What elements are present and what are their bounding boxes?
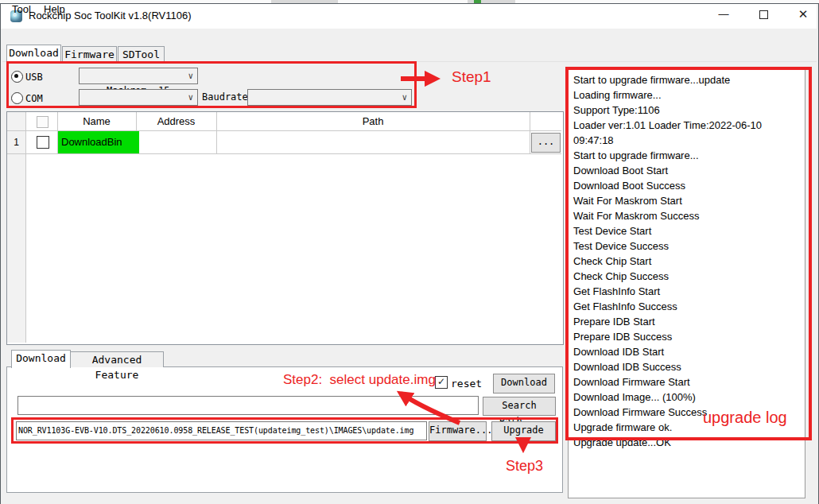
screenshot-stage: Rockchip Soc ToolKit v1.8(RV1106) — ✕ To… — [0, 0, 819, 504]
log-line: Prepare IDB Start — [573, 314, 805, 329]
log-line: Download Image... (100%) — [573, 390, 805, 405]
com-radio[interactable] — [11, 92, 23, 104]
com-radio-label: COM — [25, 93, 43, 104]
log-line: Download IDB Start — [573, 344, 805, 359]
tab-download[interactable]: Download — [6, 45, 61, 62]
reset-checkbox[interactable]: ✓ — [435, 376, 448, 389]
usb-radio[interactable] — [11, 71, 23, 83]
firmware-button[interactable]: Firmware... — [429, 421, 487, 441]
baudrate-label: Baudrate: — [202, 91, 254, 103]
divider — [530, 112, 530, 153]
search-path-button[interactable]: Search Path... — [483, 397, 556, 416]
log-line: Check Chip Success — [573, 269, 805, 284]
close-icon: ✕ — [798, 7, 809, 21]
reset-label: reset — [451, 378, 482, 390]
log-line: Get FlashInfo Success — [573, 299, 805, 314]
radio-dot-icon — [14, 74, 18, 78]
upgrade-log-lines: Start to upgrade firmware...updateLoadin… — [569, 70, 805, 450]
log-line: Test Device Success — [573, 238, 805, 254]
maximize-icon — [759, 10, 768, 19]
log-line: Loading firmware... — [573, 87, 805, 103]
row-checkbox[interactable] — [37, 136, 49, 149]
minimize-icon: — — [719, 8, 729, 20]
menu-item-help[interactable]: Help — [40, 2, 69, 16]
log-line: Support Type:1106 — [573, 103, 805, 118]
upgrade-log-panel[interactable]: Start to upgrade firmware...updateLoadin… — [568, 69, 805, 498]
tab-sdtool[interactable]: SDTool — [118, 46, 165, 62]
firmware-path-input[interactable]: NOR_RV1103G-EVB-V10.DTS_20220610.0958_RE… — [16, 421, 427, 440]
log-line: Prepare IDB Success — [573, 329, 805, 344]
chevron-down-icon: ∨ — [188, 68, 193, 83]
cell-path[interactable] — [217, 131, 530, 153]
lower-tab-download[interactable]: Download — [11, 350, 71, 368]
menu-bar — [1, 29, 817, 45]
log-line: Download Boot Start — [573, 163, 805, 178]
cell-name[interactable]: DownloadBin — [58, 131, 139, 153]
column-header-address: Address — [136, 115, 216, 127]
log-line: Get FlashInfo Start — [573, 284, 805, 299]
log-line: Upgrade update...OK — [573, 435, 805, 450]
log-line: Wait For Maskrom Success — [573, 208, 805, 223]
search-path-input[interactable] — [17, 396, 479, 415]
usb-mode-select[interactable]: Maskrom 15 ∨ — [79, 68, 198, 84]
download-button[interactable]: Download — [493, 374, 555, 394]
column-header-path: Path — [216, 115, 530, 127]
chevron-down-icon: ∨ — [402, 90, 407, 105]
cell-address[interactable] — [137, 131, 216, 153]
row-index: 1 — [7, 131, 25, 153]
usb-radio-label: USB — [25, 72, 43, 83]
maximize-button[interactable] — [747, 5, 779, 24]
step2-label: Step2: select update.img — [283, 372, 436, 388]
upgrade-button[interactable]: Upgrade — [491, 421, 556, 441]
tab-firmware[interactable]: Firmware — [62, 46, 117, 62]
check-icon: ✓ — [437, 376, 445, 387]
log-line: Loader ver:1.01 Loader Time:2022-06-10 0… — [573, 118, 805, 148]
column-header-name: Name — [57, 115, 136, 127]
header-select-all-checkbox[interactable] — [37, 116, 49, 128]
close-button[interactable]: ✕ — [787, 5, 819, 24]
divider — [7, 153, 561, 154]
browse-button[interactable]: ... — [531, 133, 561, 153]
log-line: Wait For Maskrom Start — [573, 193, 805, 208]
minimize-button[interactable]: — — [708, 5, 739, 24]
log-line: Test Device Start — [573, 223, 805, 238]
log-line: Download Firmware Start — [573, 374, 805, 390]
step3-label: Step3 — [506, 458, 543, 475]
log-line: Start to upgrade firmware...update — [573, 72, 805, 87]
file-table: Name Address Path 1 DownloadBin ... — [6, 111, 564, 345]
chevron-down-icon: ∨ — [188, 90, 193, 105]
log-line: Download Boot Success — [573, 178, 805, 193]
menu-item-tool[interactable]: Tool — [8, 2, 35, 16]
upgrade-log-label: upgrade log — [703, 409, 787, 427]
step1-label: Step1 — [452, 68, 491, 86]
com-port-select[interactable]: ∨ — [79, 89, 198, 106]
log-line: Download IDB Success — [573, 359, 805, 374]
log-line: Check Chip Start — [573, 254, 805, 269]
log-line: Start to upgrade firmware... — [573, 148, 805, 163]
lower-tab-advanced-feature[interactable]: Advanced Feature — [70, 351, 164, 367]
baudrate-select[interactable]: ∨ — [247, 89, 412, 106]
